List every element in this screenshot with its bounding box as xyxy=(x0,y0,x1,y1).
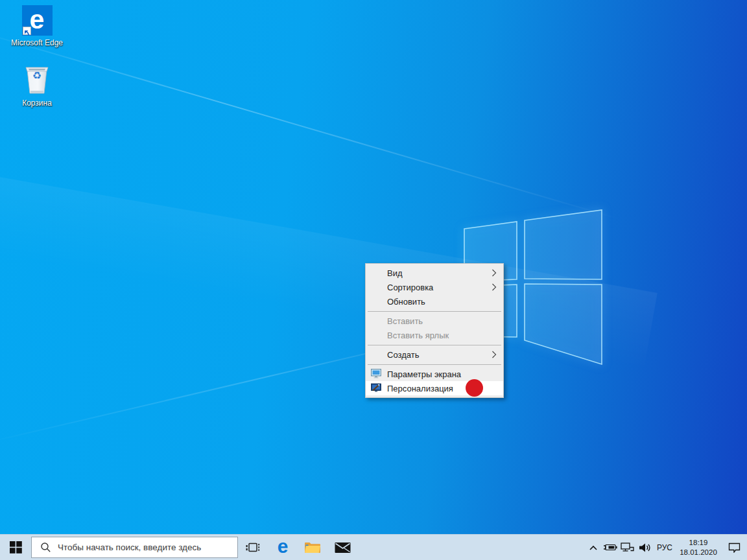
menu-item-label: Персонализация xyxy=(387,384,453,393)
chevron-up-icon xyxy=(589,544,598,551)
clock-time: 18:19 xyxy=(680,538,717,548)
menu-item-paste-shortcut: Вставить ярлык xyxy=(366,328,503,342)
start-button[interactable] xyxy=(0,535,31,560)
system-tray: РУС 18:19 18.01.2020 xyxy=(586,535,747,560)
menu-item-paste: Вставить xyxy=(366,314,503,328)
taskbar-clock[interactable]: 18:19 18.01.2020 xyxy=(676,535,721,560)
desktop-icon-label: Корзина xyxy=(22,99,52,108)
menu-item-label: Вид xyxy=(387,268,403,278)
display-settings-icon xyxy=(371,369,381,380)
edge-icon: e xyxy=(278,537,289,556)
desktop-screen: e Microsoft Edge xyxy=(0,0,747,560)
menu-item-label: Обновить xyxy=(387,297,425,307)
menu-item-display-settings[interactable]: Параметры экрана xyxy=(366,367,503,381)
menu-item-label: Параметры экрана xyxy=(387,369,461,379)
language-indicator[interactable]: РУС xyxy=(654,535,676,560)
menu-item-personalization[interactable]: Персонализация xyxy=(366,381,503,395)
mail-icon xyxy=(335,542,351,554)
recycle-symbol-glyph: ♻ xyxy=(23,69,51,82)
menu-item-label: Сортировка xyxy=(387,283,433,292)
shortcut-arrow-icon xyxy=(23,27,31,35)
action-center-icon xyxy=(728,542,741,553)
file-explorer-icon xyxy=(304,541,321,554)
taskbar-mail-button[interactable] xyxy=(327,535,357,560)
menu-separator xyxy=(368,345,501,345)
search-input[interactable] xyxy=(58,542,220,552)
windows-start-icon xyxy=(10,541,22,554)
edge-icon: e xyxy=(22,5,53,36)
tray-volume-button[interactable] xyxy=(636,535,654,560)
task-view-icon xyxy=(246,541,260,554)
menu-item-view[interactable]: Вид xyxy=(366,266,503,280)
menu-separator xyxy=(368,364,501,365)
menu-item-sort[interactable]: Сортировка xyxy=(366,280,503,294)
submenu-arrow-icon xyxy=(492,269,497,277)
desktop-icon-label: Microsoft Edge xyxy=(11,38,63,47)
clock-date: 18.01.2020 xyxy=(680,548,717,557)
battery-charging-icon xyxy=(603,543,617,552)
menu-item-label: Вставить ярлык xyxy=(387,331,449,340)
menu-item-new[interactable]: Создать xyxy=(366,347,503,362)
edge-e-glyph: e xyxy=(30,6,45,33)
search-icon xyxy=(40,542,51,553)
recycle-bin-icon: ♻ xyxy=(23,64,51,96)
menu-item-label: Вставить xyxy=(387,316,423,326)
menu-item-refresh[interactable]: Обновить xyxy=(366,294,503,309)
taskbar-file-explorer-button[interactable] xyxy=(298,535,327,560)
menu-separator xyxy=(368,311,501,312)
action-center-button[interactable] xyxy=(721,535,747,560)
taskbar: e xyxy=(0,534,747,560)
tray-battery-button[interactable] xyxy=(601,535,619,560)
submenu-arrow-icon xyxy=(492,283,497,291)
wallpaper-light-beam xyxy=(0,26,621,220)
ethernet-network-icon xyxy=(621,542,635,553)
submenu-arrow-icon xyxy=(492,351,497,358)
taskbar-edge-button[interactable]: e xyxy=(268,535,298,560)
speaker-icon xyxy=(639,542,652,553)
task-view-button[interactable] xyxy=(238,535,268,560)
tray-network-button[interactable] xyxy=(619,535,636,560)
taskbar-search-box[interactable] xyxy=(31,537,238,558)
desktop-context-menu: Вид Сортировка Обновить Вставить Вставит… xyxy=(365,263,504,398)
personalization-icon xyxy=(371,383,381,395)
desktop-icon-edge[interactable]: e Microsoft Edge xyxy=(5,5,69,47)
menu-item-label: Создать xyxy=(387,350,419,360)
click-annotation-marker xyxy=(466,379,483,397)
tray-expand-button[interactable] xyxy=(586,535,601,560)
desktop-icon-recycle-bin[interactable]: ♻ Корзина xyxy=(5,64,69,108)
